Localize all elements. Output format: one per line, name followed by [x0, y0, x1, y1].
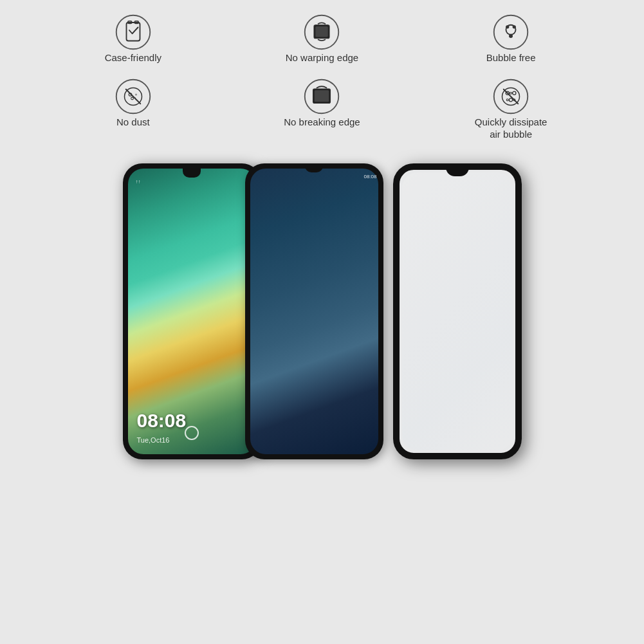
phone2-status: 08:08	[363, 174, 376, 179]
svg-point-29	[510, 92, 512, 94]
svg-line-18	[126, 89, 141, 104]
features-row-2: No dust No breaking edge	[39, 77, 605, 141]
phone2-notch	[305, 163, 323, 172]
feature-no-warping-edge: No warping edge	[257, 13, 386, 64]
case-friendly-label: Case-friendly	[105, 51, 161, 64]
no-breaking-icon	[302, 77, 341, 116]
svg-point-27	[506, 98, 508, 100]
no-dust-icon	[114, 77, 152, 116]
phones-section: ↑↑ 08:08 Tue,Oct16 08:08	[0, 163, 644, 459]
glass-notch	[446, 163, 469, 176]
phone1-camera	[185, 426, 199, 440]
no-dust-label: No dust	[116, 116, 150, 129]
feature-bubble-free: Bubble free	[446, 13, 575, 64]
svg-point-10	[513, 25, 516, 28]
case-friendly-icon	[114, 13, 152, 51]
svg-point-7	[494, 15, 528, 50]
phone1-date: Tue,Oct16	[137, 436, 170, 444]
feature-case-friendly: Case-friendly	[69, 13, 198, 64]
bubble-free-icon	[492, 13, 530, 51]
features-section: Case-friendly No warping edge	[0, 0, 644, 154]
phone1-time: 08:08	[137, 410, 187, 432]
no-warping-label: No warping edge	[286, 51, 358, 64]
svg-point-25	[513, 91, 516, 95]
svg-rect-21	[315, 90, 329, 102]
phone1-screen: ↑↑ 08:08 Tue,Oct16	[128, 169, 256, 454]
glass-protector	[393, 163, 522, 459]
feature-no-breaking-edge: No breaking edge	[257, 77, 386, 141]
feature-quickly-dissipate: Quickly dissipate air bubble	[446, 77, 575, 141]
svg-rect-6	[316, 26, 329, 37]
phone-2: 08:08	[245, 163, 383, 459]
bubble-free-label: Bubble free	[486, 51, 536, 64]
phone2-screen	[250, 169, 378, 454]
no-warping-icon	[302, 13, 341, 51]
svg-point-26	[510, 98, 513, 101]
svg-point-11	[509, 34, 513, 38]
no-breaking-label: No breaking edge	[284, 116, 360, 129]
svg-point-16	[131, 97, 133, 100]
svg-point-9	[506, 25, 509, 28]
phone-1: ↑↑ 08:08 Tue,Oct16	[123, 163, 261, 459]
feature-no-dust: No dust	[69, 77, 198, 141]
phone1-signal: ↑↑	[136, 179, 141, 185]
glass-surface	[402, 172, 513, 450]
dissipate-icon	[492, 77, 530, 116]
quickly-dissipate-label: Quickly dissipate air bubble	[475, 116, 547, 141]
features-row-1: Case-friendly No warping edge	[39, 13, 605, 64]
svg-point-15	[135, 93, 137, 95]
product-page: Case-friendly No warping edge	[0, 0, 644, 644]
phone1-notch	[183, 169, 201, 178]
